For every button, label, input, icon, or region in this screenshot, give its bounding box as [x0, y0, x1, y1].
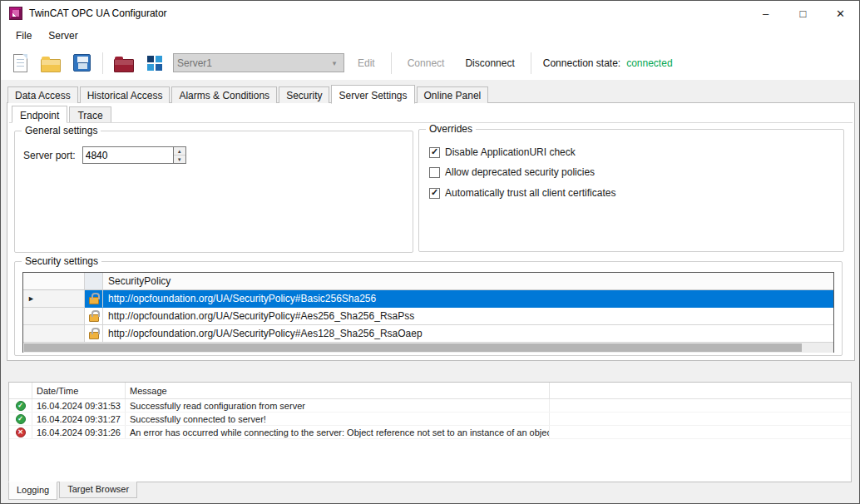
tab-target-browser[interactable]: Target Browser	[59, 482, 137, 498]
blocks-icon	[146, 54, 164, 72]
icon-column-header	[85, 273, 103, 290]
log-row[interactable]: ✕ 16.04.2024 09:31:26 An error has occur…	[9, 426, 851, 439]
window-controls: – □ ✕	[747, 1, 859, 26]
checkbox-box	[429, 167, 440, 178]
general-settings-group: General settings Server port:	[14, 131, 413, 253]
checkbox-box: ✓	[429, 147, 440, 158]
server-port-label: Server port:	[23, 150, 76, 161]
spin-up-button[interactable]	[174, 147, 185, 156]
minimize-button[interactable]: –	[747, 1, 784, 26]
menu-file[interactable]: File	[7, 27, 40, 44]
toolbar-separator	[531, 52, 531, 74]
datetime-column-header[interactable]: Date/Time	[32, 383, 126, 398]
connection-state-label: Connection state:	[543, 57, 620, 69]
chevron-down-icon	[329, 59, 340, 67]
security-policy-row[interactable]: http://opcfoundation.org/UA/SecurityPoli…	[23, 308, 833, 325]
log-grid-header: Date/Time Message	[9, 383, 851, 399]
title-bar: TwinCAT OPC UA Configurator – □ ✕	[1, 1, 859, 26]
log-datetime: 16.04.2024 09:31:53	[32, 399, 126, 412]
lock-icon	[89, 297, 99, 304]
server-port-spinner	[174, 146, 186, 164]
filler-column	[550, 383, 851, 398]
success-icon: ✓	[16, 401, 26, 411]
target-browser-button[interactable]	[142, 51, 167, 76]
checkbox-disable-applicationuri-check[interactable]: ✓ Disable ApplicationURI check	[429, 146, 576, 158]
general-settings-title: General settings	[22, 125, 101, 136]
tab-security[interactable]: Security	[279, 86, 329, 103]
log-message: Successfully read configuration from ser…	[126, 399, 550, 412]
tab-data-access[interactable]: Data Access	[7, 86, 78, 103]
server-select[interactable]: Server1	[173, 53, 344, 72]
server-select-value: Server1	[177, 57, 212, 69]
security-policy-grid: SecurityPolicy ► http://opcfoundation.or…	[22, 272, 834, 353]
checkbox-label: Automatically trust all client certifica…	[445, 187, 615, 199]
row-selector-arrow: ►	[27, 294, 35, 303]
logging-panel: Date/Time Message ✓ 16.04.2024 09:31:53 …	[8, 382, 852, 482]
save-icon	[73, 54, 91, 72]
menu-server[interactable]: Server	[40, 27, 86, 44]
connect-button[interactable]: Connect	[400, 53, 452, 73]
overrides-title: Overrides	[426, 123, 476, 135]
overrides-group: Overrides ✓ Disable ApplicationURI check…	[418, 129, 844, 252]
tab-logging[interactable]: Logging	[8, 482, 57, 500]
log-row[interactable]: ✓ 16.04.2024 09:31:27 Successfully conne…	[9, 413, 851, 426]
success-icon: ✓	[16, 414, 26, 424]
new-project-button[interactable]	[7, 51, 32, 76]
error-icon: ✕	[16, 427, 26, 437]
save-project-button[interactable]	[69, 51, 94, 76]
edit-button[interactable]: Edit	[350, 53, 383, 73]
security-policy-row[interactable]: http://opcfoundation.org/UA/SecurityPoli…	[23, 325, 833, 343]
main-tab-strip: Data Access Historical Access Alarms & C…	[7, 83, 490, 103]
app-window: TwinCAT OPC UA Configurator – □ ✕ File S…	[0, 0, 860, 504]
toolbar-separator	[391, 52, 392, 74]
checkbox-label: Disable ApplicationURI check	[445, 146, 576, 158]
tab-alarms-conditions[interactable]: Alarms & Conditions	[171, 86, 277, 103]
security-policy-column-header[interactable]: SecurityPolicy	[103, 273, 833, 290]
tab-online-panel[interactable]: Online Panel	[417, 86, 489, 103]
app-icon	[9, 7, 22, 20]
connection-state-value: connected	[626, 57, 672, 69]
toolbar-separator	[102, 52, 103, 74]
log-row[interactable]: ✓ 16.04.2024 09:31:53 Successfully read …	[9, 399, 851, 413]
log-datetime: 16.04.2024 09:31:27	[32, 413, 126, 425]
tab-server-settings[interactable]: Server Settings	[331, 85, 414, 104]
menu-bar: File Server	[1, 26, 859, 46]
server-settings-page: Endpoint Trace General settings Server p…	[7, 102, 855, 361]
checkbox-label: Allow deprecated security policies	[445, 166, 595, 178]
open-project-button[interactable]	[38, 51, 63, 76]
log-message: An error has occurred while connecting t…	[126, 426, 550, 438]
horizontal-scrollbar[interactable]	[23, 343, 833, 353]
message-column-header[interactable]: Message	[126, 383, 550, 398]
scrollbar-thumb[interactable]	[24, 343, 802, 352]
new-document-icon	[13, 54, 27, 72]
security-policy-row[interactable]: ► http://opcfoundation.org/UA/SecurityPo…	[23, 290, 833, 308]
spin-down-button[interactable]	[174, 156, 185, 163]
security-settings-group: Security settings SecurityPolicy ► http:…	[14, 261, 843, 356]
open-folder-icon	[41, 59, 61, 72]
log-datetime: 16.04.2024 09:31:26	[32, 426, 126, 438]
status-column-header	[9, 383, 32, 398]
tab-historical-access[interactable]: Historical Access	[80, 86, 171, 103]
row-header-cell	[23, 273, 85, 290]
checkbox-allow-deprecated-security-policies[interactable]: Allow deprecated security policies	[429, 166, 595, 178]
security-grid-header: SecurityPolicy	[23, 273, 833, 290]
security-settings-title: Security settings	[22, 255, 101, 267]
lock-icon	[89, 332, 99, 339]
security-policy-value: http://opcfoundation.org/UA/SecurityPoli…	[103, 325, 833, 343]
window-title: TwinCAT OPC UA Configurator	[29, 7, 167, 19]
toolbar: Server1 Edit Connect Disconnect Connecti…	[1, 46, 859, 80]
security-policy-value: http://opcfoundation.org/UA/SecurityPoli…	[103, 308, 833, 325]
open-from-target-button[interactable]	[111, 51, 136, 76]
lock-icon	[89, 314, 99, 322]
checkbox-box: ✓	[429, 188, 440, 199]
server-port-input[interactable]	[82, 146, 174, 164]
tab-endpoint[interactable]: Endpoint	[12, 106, 67, 123]
maximize-button[interactable]: □	[784, 1, 822, 26]
checkbox-trust-all-client-certificates[interactable]: ✓ Automatically trust all client certifi…	[429, 187, 615, 199]
close-button[interactable]: ✕	[822, 1, 859, 26]
log-message: Successfully connected to server!	[126, 413, 550, 425]
tab-trace[interactable]: Trace	[69, 106, 111, 122]
red-folder-icon	[114, 59, 134, 72]
sub-tab-strip: Endpoint Trace	[12, 106, 113, 122]
disconnect-button[interactable]: Disconnect	[457, 53, 521, 73]
